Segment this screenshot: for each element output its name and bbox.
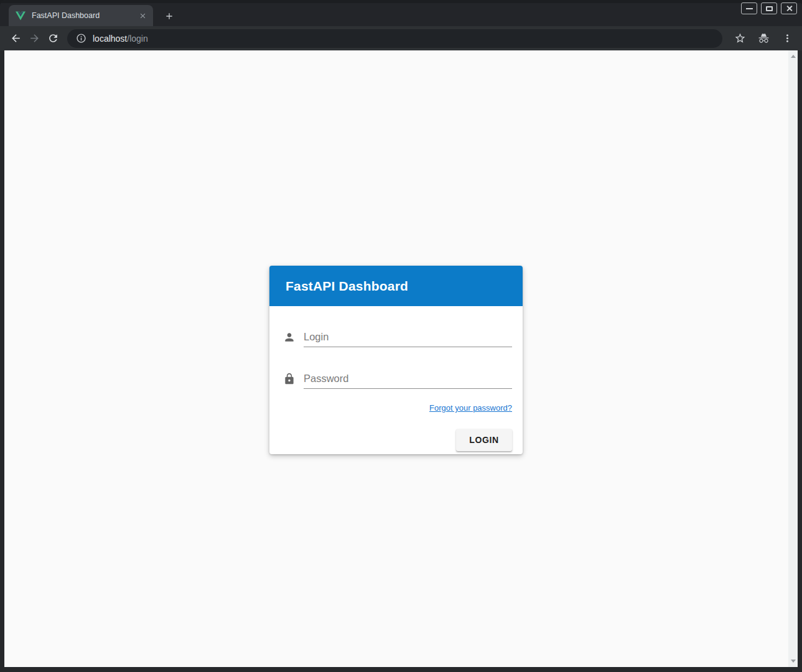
maximize-icon [766,6,773,11]
lock-icon [283,373,296,385]
browser-menu-button[interactable] [778,30,796,47]
password-field-row [282,371,512,389]
password-input[interactable] [304,371,512,388]
reload-button[interactable] [44,29,62,48]
login-field-row [282,330,512,347]
login-input-underline [304,330,512,347]
login-card: FastAPI Dashboard Forgot your passwo [269,266,523,454]
forgot-password-row: Forgot your password? [282,402,512,413]
browser-window: FastAPI Dashboard localhost/login [0,0,802,672]
card-header: FastAPI Dashboard [269,266,523,306]
plus-icon [164,11,174,21]
minimize-icon [746,8,753,9]
scroll-down-button[interactable] [788,656,798,666]
incognito-icon [758,32,770,44]
close-icon [786,5,793,12]
bookmark-button[interactable] [731,30,748,47]
page-viewport: FastAPI Dashboard Forgot your passwo [4,50,798,667]
star-outline-icon [734,32,746,44]
card-body: Forgot your password? LOGIN [269,330,523,451]
url-path: /login [127,34,147,44]
arrow-forward-icon [29,32,40,44]
tab-title: FastAPI Dashboard [32,11,138,20]
browser-toolbar: localhost/login [0,26,802,50]
back-button[interactable] [6,29,25,48]
scroll-down-arrow-icon [791,660,796,663]
address-bar[interactable]: localhost/login [67,29,722,48]
page-scrollbar[interactable] [788,50,798,667]
card-actions-row: LOGIN [282,429,512,451]
login-button[interactable]: LOGIN [456,429,512,451]
card-title: FastAPI Dashboard [286,279,408,294]
new-tab-button[interactable] [162,9,177,24]
scroll-up-button[interactable] [788,52,798,61]
maximize-button[interactable] [761,2,777,14]
tab-close-icon[interactable] [138,11,148,21]
person-icon [283,331,296,343]
info-icon [76,33,86,44]
tab-fastapi-dashboard[interactable]: FastAPI Dashboard [9,5,153,26]
kebab-menu-icon [781,32,793,44]
password-input-underline [304,371,512,389]
login-input[interactable] [304,330,512,347]
tab-strip: FastAPI Dashboard [0,0,802,26]
arrow-back-icon [10,32,22,44]
url-text: localhost/login [93,34,148,44]
window-controls [741,2,797,14]
minimize-button[interactable] [741,2,757,14]
scroll-up-arrow-icon [791,55,796,58]
toolbar-right-icons [731,30,796,47]
incognito-badge [755,30,772,47]
forgot-password-link[interactable]: Forgot your password? [429,403,512,413]
url-host: localhost [93,34,127,44]
reload-icon [47,32,59,44]
forward-button[interactable] [25,29,44,48]
vue-logo-icon [16,11,26,21]
close-window-button[interactable] [781,2,797,14]
